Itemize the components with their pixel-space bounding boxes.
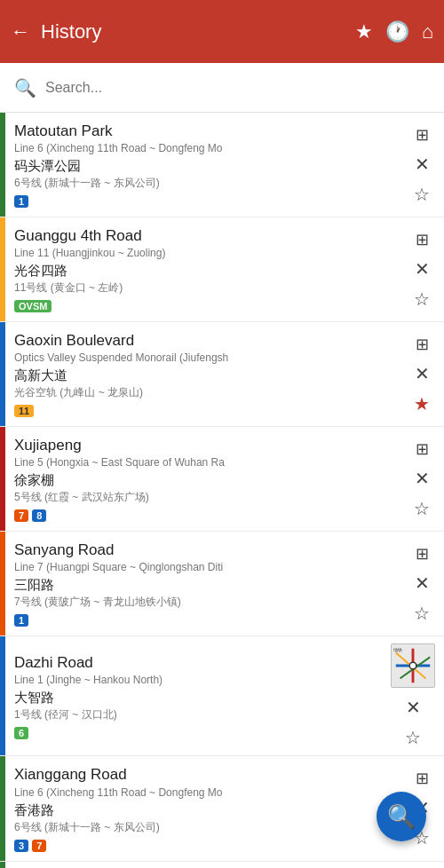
- item-actions: ⊞✕☆: [400, 217, 444, 321]
- station-name-en: Dazhi Road: [14, 653, 375, 673]
- line-badge: OVSM: [14, 300, 52, 312]
- list-item[interactable]: Guanggu 4th RoadLine 11 (Huangjinkou ~ Z…: [0, 217, 444, 322]
- delete-icon[interactable]: ✕: [415, 258, 430, 280]
- map-thumbnail[interactable]: 地铁: [391, 643, 435, 688]
- station-name-cn: 码头潭公园: [14, 158, 392, 175]
- item-actions: 地铁 ✕☆: [382, 636, 444, 755]
- badge-container: 37: [14, 840, 392, 852]
- history-icon[interactable]: 🕐: [385, 20, 409, 43]
- badge-container: 6: [14, 727, 375, 739]
- station-line-cn: 11号线 (黄金口 ~ 左岭): [14, 280, 392, 296]
- delete-icon[interactable]: ✕: [406, 697, 421, 718]
- fab-search-icon: 🔍: [387, 803, 416, 831]
- list-item[interactable]: Dazhi RoadLine 1 (Jinghe ~ Hankou North)…: [0, 636, 444, 756]
- item-content: Dazhi RoadLine 1 (Jinghe ~ Hankou North)…: [5, 636, 382, 755]
- badge-container: 1: [14, 614, 392, 627]
- station-name-en: Xujiapeng: [14, 436, 392, 455]
- map-icon[interactable]: ⊞: [416, 125, 429, 145]
- item-content: Xianggang Road: [5, 862, 444, 868]
- delete-icon[interactable]: ✕: [415, 154, 430, 175]
- delete-icon[interactable]: ✕: [415, 468, 430, 489]
- app-header: ← History ★ 🕐 ⌂: [0, 0, 444, 63]
- item-content: Guanggu 4th RoadLine 11 (Huangjinkou ~ Z…: [5, 217, 400, 321]
- star-button[interactable]: ☆: [414, 184, 430, 205]
- list-item[interactable]: Matoutan ParkLine 6 (Xincheng 11th Road …: [0, 113, 444, 217]
- map-icon[interactable]: ⊞: [416, 335, 429, 354]
- page-title: History: [41, 20, 355, 43]
- list-item[interactable]: XujiapengLine 5 (Hongxia ~ East Square o…: [0, 427, 444, 532]
- search-input[interactable]: [45, 80, 430, 96]
- list-item[interactable]: Gaoxin BoulevardOptics Valley Suspended …: [0, 322, 444, 427]
- star-button[interactable]: ☆: [414, 288, 430, 310]
- station-line-en: Line 7 (Huangpi Square ~ Qinglongshan Di…: [14, 561, 281, 573]
- badge-container: 1: [14, 195, 392, 208]
- line-badge: 7: [32, 840, 46, 852]
- star-button[interactable]: ☆: [414, 603, 430, 624]
- delete-icon[interactable]: ✕: [415, 572, 430, 594]
- badge-container: OVSM: [14, 300, 392, 312]
- item-content: Matoutan ParkLine 6 (Xincheng 11th Road …: [5, 113, 400, 217]
- map-icon[interactable]: ⊞: [416, 769, 429, 788]
- station-line-en: Line 6 (Xincheng 11th Road ~ Dongfeng Mo: [14, 142, 281, 154]
- station-line-en: Line 5 (Hongxia ~ East Square of Wuhan R…: [14, 456, 281, 469]
- station-line-cn: 6号线 (新城十一路 ~ 东风公司): [14, 820, 392, 835]
- badge-container: 11: [14, 405, 392, 417]
- station-line-cn: 光谷空轨 (九峰山 ~ 龙泉山): [14, 385, 392, 400]
- station-name-cn: 三阳路: [14, 577, 392, 594]
- station-name-cn: 香港路: [14, 802, 392, 819]
- station-line-en: Line 1 (Jinghe ~ Hankou North): [14, 674, 281, 686]
- list-item[interactable]: Sanyang RoadLine 7 (Huangpi Square ~ Qin…: [0, 532, 444, 636]
- item-actions: ⊞✕★: [400, 322, 444, 426]
- item-content: Xianggang RoadLine 6 (Xincheng 11th Road…: [5, 756, 400, 860]
- line-badge: 7: [14, 509, 28, 522]
- delete-icon[interactable]: ✕: [415, 363, 430, 384]
- item-content: XujiapengLine 5 (Hongxia ~ East Square o…: [5, 427, 400, 531]
- station-line-en: Line 6 (Xincheng 11th Road ~ Dongfeng Mo: [14, 786, 281, 799]
- station-line-en: Line 11 (Huangjinkou ~ Zuoling): [14, 247, 281, 259]
- station-name-cn: 大智路: [14, 690, 375, 706]
- line-badge: 6: [14, 727, 28, 739]
- station-name-en: Sanyang Road: [14, 541, 392, 560]
- item-actions: ⊞✕☆: [400, 113, 444, 217]
- station-name-cn: 徐家棚: [14, 472, 392, 489]
- back-button[interactable]: ←: [11, 20, 30, 43]
- star-button[interactable]: ☆: [414, 498, 430, 519]
- svg-point-5: [409, 663, 416, 670]
- star-button[interactable]: ☆: [405, 727, 421, 748]
- station-line-cn: 7号线 (黄陂广场 ~ 青龙山地铁小镇): [14, 595, 392, 610]
- station-list: Matoutan ParkLine 6 (Xincheng 11th Road …: [0, 113, 444, 868]
- search-icon: 🔍: [14, 77, 36, 99]
- station-line-cn: 5号线 (红霞 ~ 武汉站东广场): [14, 490, 392, 505]
- station-name-cn: 高新大道: [14, 367, 392, 384]
- search-bar: 🔍: [0, 63, 444, 113]
- station-name-en: Matoutan Park: [14, 122, 392, 141]
- list-item[interactable]: Xianggang Road: [0, 862, 444, 868]
- item-actions: ⊞✕☆: [400, 532, 444, 635]
- station-name-en: Xianggang Road: [14, 765, 392, 785]
- station-name-en: Guanggu 4th Road: [14, 226, 392, 246]
- header-actions: ★ 🕐 ⌂: [355, 20, 433, 43]
- station-name-en: Gaoxin Boulevard: [14, 331, 392, 351]
- line-badge: 3: [14, 840, 28, 852]
- station-name-cn: 光谷四路: [14, 263, 392, 280]
- line-badge: 1: [14, 614, 28, 627]
- item-content: Sanyang RoadLine 7 (Huangpi Square ~ Qin…: [5, 532, 400, 635]
- station-line-cn: 1号线 (径河 ~ 汉口北): [14, 707, 375, 722]
- star-icon[interactable]: ★: [355, 20, 373, 43]
- line-badge: 8: [32, 509, 46, 522]
- item-actions: ⊞✕☆: [400, 427, 444, 531]
- map-icon[interactable]: ⊞: [416, 544, 429, 564]
- search-fab[interactable]: 🔍: [377, 792, 426, 841]
- badge-container: 78: [14, 509, 392, 522]
- line-badge: 11: [14, 405, 34, 417]
- map-icon[interactable]: ⊞: [416, 230, 429, 249]
- svg-text:地铁: 地铁: [392, 647, 402, 652]
- item-content: Gaoxin BoulevardOptics Valley Suspended …: [5, 322, 400, 426]
- station-line-en: Optics Valley Suspended Monorail (Jiufen…: [14, 351, 281, 364]
- map-icon[interactable]: ⊞: [416, 439, 429, 459]
- star-button[interactable]: ★: [414, 393, 430, 414]
- station-line-cn: 6号线 (新城十一路 ~ 东风公司): [14, 176, 392, 191]
- home-icon[interactable]: ⌂: [422, 20, 433, 43]
- line-badge: 1: [14, 195, 28, 208]
